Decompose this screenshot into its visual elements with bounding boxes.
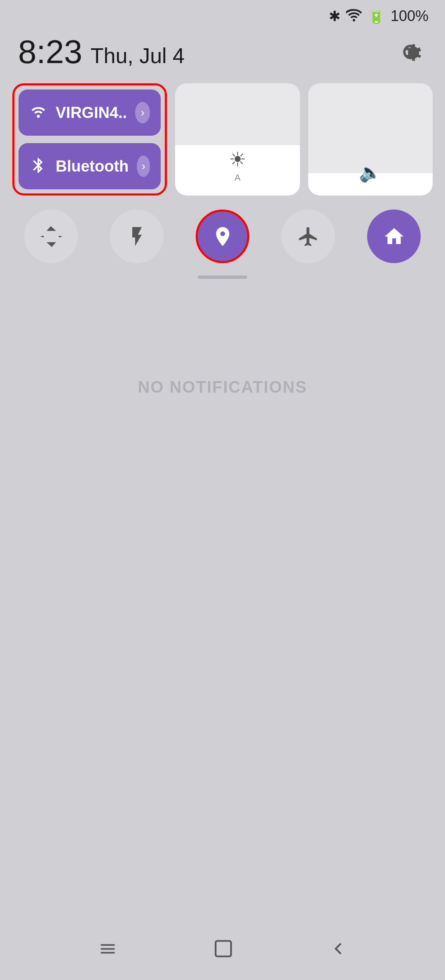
battery-percentage: 100% <box>391 7 429 25</box>
brightness-icon: ☀ <box>229 148 246 171</box>
navigation-bar <box>0 922 445 980</box>
flashlight-icon <box>126 225 148 248</box>
nav-home-icon <box>213 938 234 959</box>
chevron-right-icon: › <box>141 106 144 119</box>
home-button[interactable] <box>367 210 421 263</box>
bluetooth-tile[interactable]: Bluetooth › <box>19 143 161 189</box>
battery-warning-icon: 🔋 <box>368 8 385 24</box>
bluetooth-chevron[interactable]: › <box>137 155 150 177</box>
notifications-area: NO NOTIFICATIONS <box>0 295 445 479</box>
chevron-right-icon2: › <box>141 160 145 173</box>
flashlight-button[interactable] <box>110 210 164 263</box>
nav-back-button[interactable] <box>328 938 349 964</box>
rotate-icon <box>40 225 63 248</box>
nav-menu-button[interactable] <box>96 939 119 963</box>
wifi-tile-icon <box>29 103 47 122</box>
rotate-button[interactable] <box>24 210 78 263</box>
svg-rect-0 <box>216 941 232 956</box>
wifi-tile[interactable]: VIRGIN4.. › <box>19 90 161 136</box>
auto-label: A <box>234 172 241 183</box>
home-icon <box>383 225 405 248</box>
quick-settings-grid: VIRGIN4.. › Bluetooth › ☀ A 🔈 <box>0 83 445 196</box>
gear-icon <box>396 38 425 66</box>
left-tiles-container: VIRGIN4.. › Bluetooth › <box>12 83 167 196</box>
wifi-status-icon <box>346 9 362 23</box>
location-button[interactable] <box>196 210 249 263</box>
quick-actions-row <box>0 205 445 271</box>
time-date: 8:23 Thu, Jul 4 <box>18 33 185 71</box>
airplane-icon <box>297 225 320 248</box>
status-bar: ✱ 🔋 100% <box>0 0 445 29</box>
time-display: 8:23 <box>18 33 82 71</box>
settings-button[interactable] <box>394 35 427 68</box>
wifi-tile-label: VIRGIN4.. <box>56 104 127 122</box>
wifi-chevron[interactable]: › <box>135 102 150 123</box>
nav-home-button[interactable] <box>213 938 234 964</box>
back-icon <box>328 938 349 959</box>
bluetooth-tile-icon <box>29 156 47 176</box>
status-icons: ✱ 🔋 100% <box>329 7 429 25</box>
date-display: Thu, Jul 4 <box>91 43 185 68</box>
location-icon <box>211 225 234 248</box>
time-date-row: 8:23 Thu, Jul 4 <box>0 29 445 83</box>
menu-icon <box>96 940 119 958</box>
volume-slider[interactable]: 🔈 <box>308 83 433 196</box>
brightness-slider[interactable]: ☀ A <box>175 83 300 196</box>
airplane-mode-button[interactable] <box>281 210 335 263</box>
no-notifications-label: NO NOTIFICATIONS <box>138 378 307 396</box>
drag-handle <box>198 276 247 279</box>
bluetooth-status-icon: ✱ <box>329 8 340 24</box>
volume-icon: 🔈 <box>359 162 382 183</box>
bluetooth-tile-label: Bluetooth <box>56 158 129 175</box>
